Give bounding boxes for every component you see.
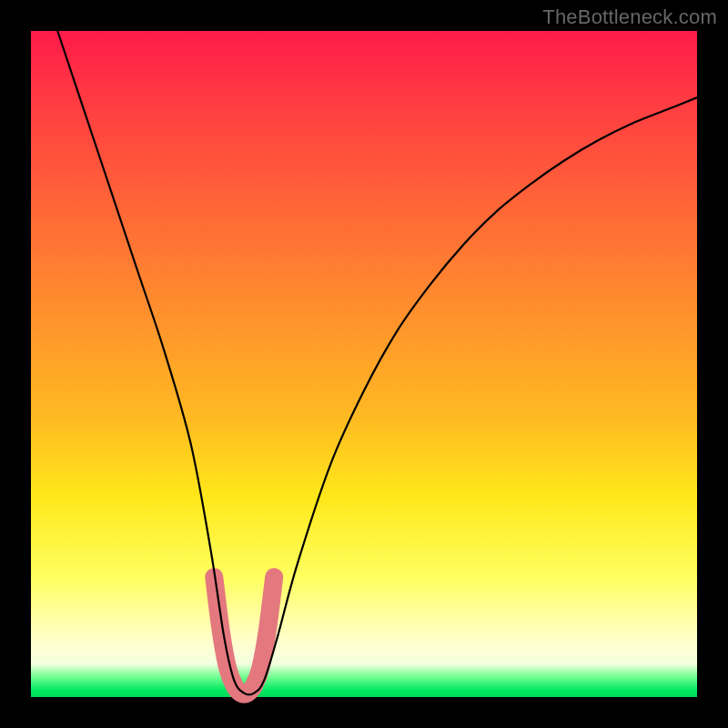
plot-area (31, 31, 697, 697)
curve-layer (31, 31, 697, 697)
chart-frame: TheBottleneck.com (0, 0, 728, 728)
bottleneck-curve (57, 31, 697, 694)
watermark-text: TheBottleneck.com (542, 5, 717, 29)
